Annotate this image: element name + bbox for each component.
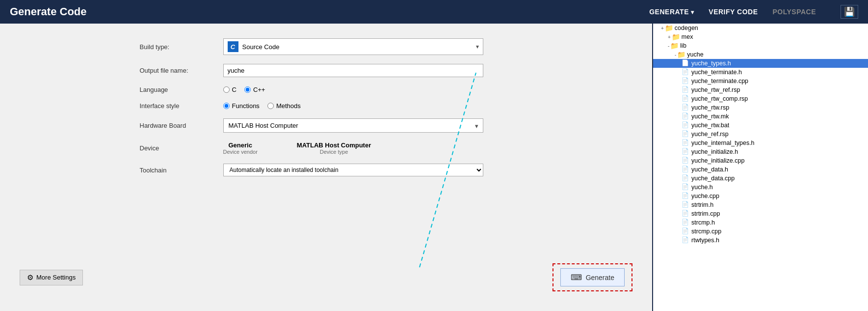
folder-icon: 📁 xyxy=(677,51,685,58)
build-type-dropdown[interactable]: C Source Code ▾ xyxy=(223,38,483,55)
file-icon: 📄 xyxy=(682,148,689,156)
file-icon: 📄 xyxy=(682,86,689,94)
tree-item-yuche_types_h[interactable]: 📄yuche_types.h xyxy=(653,59,868,68)
tree-label-yuche_ref_rsp: yuche_ref.rsp xyxy=(691,131,729,138)
interface-methods-radio[interactable] xyxy=(267,103,274,109)
tree-item-yuche_terminate_h[interactable]: 📄yuche_terminate.h xyxy=(653,68,868,77)
interface-methods-option[interactable]: Methods xyxy=(267,102,301,110)
hardware-board-dropdown[interactable]: MATLAB Host Computer xyxy=(223,118,483,133)
hardware-board-wrapper: MATLAB Host Computer xyxy=(223,118,483,133)
device-type-value: MATLAB Host Computer xyxy=(297,141,371,149)
output-file-input[interactable] xyxy=(223,64,483,77)
app-title: Generate Code xyxy=(10,5,649,18)
interface-functions-label: Functions xyxy=(232,102,260,110)
file-icon: 📄 xyxy=(682,174,689,182)
build-type-value: Source Code xyxy=(242,43,476,51)
interface-methods-label: Methods xyxy=(276,102,301,110)
language-cpp-radio[interactable] xyxy=(244,86,251,93)
tree-item-yuche_rtw_comp_rsp[interactable]: 📄yuche_rtw_comp.rsp xyxy=(653,94,868,103)
tree-label-yuche_rtw_ref_rsp: yuche_rtw_ref.rsp xyxy=(691,86,740,93)
tree-item-strcmp_h[interactable]: 📄strcmp.h xyxy=(653,218,868,227)
form-grid: Build type: C Source Code ▾ Output file … xyxy=(140,38,513,176)
tree-item-yuche_data_cpp[interactable]: 📄yuche_data.cpp xyxy=(653,174,868,183)
generate-button-wrapper: ⌨ Generate xyxy=(552,263,632,291)
folder-icon: 📁 xyxy=(665,24,673,32)
file-icon: 📄 xyxy=(682,77,689,85)
tree-item-yuche_ref_rsp[interactable]: 📄yuche_ref.rsp xyxy=(653,130,868,139)
language-cpp-option[interactable]: C++ xyxy=(244,86,265,93)
device-label: Device xyxy=(140,144,218,152)
tree-item-yuche_rtw_ref_rsp[interactable]: 📄yuche_rtw_ref.rsp xyxy=(653,85,868,94)
tree-label-yuche_terminate_h: yuche_terminate.h xyxy=(691,69,742,76)
more-settings-button[interactable]: ⚙ More Settings xyxy=(20,270,83,285)
tree-label-rtwtypes_h: rtwtypes.h xyxy=(691,237,719,244)
device-type-col: MATLAB Host Computer Device type xyxy=(297,141,371,155)
tree-item-yuche[interactable]: - 📁yuche xyxy=(653,50,868,59)
bottom-buttons: ⚙ More Settings ⌨ Generate xyxy=(20,263,632,291)
tree-item-yuche_h[interactable]: 📄yuche.h xyxy=(653,183,868,192)
nav-verify-code[interactable]: VERIFY CODE xyxy=(709,8,758,16)
left-panel: Build type: C Source Code ▾ Output file … xyxy=(0,24,652,311)
device-type-label: Device type xyxy=(320,149,348,155)
tree-label-strcmp_cpp: strcmp.cpp xyxy=(691,228,721,235)
generate-button[interactable]: ⌨ Generate xyxy=(560,268,625,286)
file-icon: 📄 xyxy=(682,130,689,138)
header-nav: GENERATE VERIFY CODE POLYSPACE 💾 xyxy=(649,5,858,19)
file-icon: 📄 xyxy=(682,201,689,209)
tree-label-yuche_terminate_cpp: yuche_terminate.cpp xyxy=(691,78,748,85)
interface-functions-option[interactable]: Functions xyxy=(223,102,260,110)
tree-expand-icon: + xyxy=(661,26,664,31)
tree-item-yuche_cpp[interactable]: 📄yuche.cpp xyxy=(653,192,868,200)
tree-item-strtrim_cpp[interactable]: 📄strtrim.cpp xyxy=(653,209,868,218)
hardware-board-label: Hardware Board xyxy=(140,122,218,129)
tree-label-yuche_rtw_comp_rsp: yuche_rtw_comp.rsp xyxy=(691,95,748,102)
tree-item-strcmp_cpp[interactable]: 📄strcmp.cpp xyxy=(653,227,868,236)
tree-label-yuche_types_h: yuche_types.h xyxy=(691,60,731,67)
tree-label-yuche_data_cpp: yuche_data.cpp xyxy=(691,175,735,182)
tree-label-yuche_initialize_cpp: yuche_initialize.cpp xyxy=(691,157,744,164)
file-icon: 📄 xyxy=(682,157,689,165)
file-icon: 📄 xyxy=(682,104,689,112)
language-label: Language xyxy=(140,86,218,93)
save-button[interactable]: 💾 xyxy=(841,5,858,19)
file-icon: 📄 xyxy=(682,183,689,191)
file-icon: 📄 xyxy=(682,95,689,103)
tree-label-strcmp_h: strcmp.h xyxy=(691,219,715,226)
tree-item-yuche_data_h[interactable]: 📄yuche_data.h xyxy=(653,165,868,174)
file-icon: 📄 xyxy=(682,68,689,76)
file-tree: + 📁codegen+ 📁mex- 📁lib- 📁yuche📄yuche_typ… xyxy=(653,24,868,245)
tree-expand-icon: - xyxy=(668,43,669,49)
tree-label-strtrim_cpp: strtrim.cpp xyxy=(691,210,720,217)
tree-label-yuche_rtw_mk: yuche_rtw.mk xyxy=(691,113,729,120)
tree-item-yuche_initialize_h[interactable]: 📄yuche_initialize.h xyxy=(653,147,868,156)
tree-item-codegen[interactable]: + 📁codegen xyxy=(653,24,868,32)
toolchain-dropdown[interactable]: Automatically locate an installed toolch… xyxy=(223,164,483,176)
language-c-radio[interactable] xyxy=(223,86,230,93)
file-icon: 📄 xyxy=(682,139,689,147)
tree-label-yuche_rtw_rsp: yuche_rtw.rsp xyxy=(691,104,729,111)
tree-item-yuche_rtw_bat[interactable]: 📄yuche_rtw.bat xyxy=(653,121,868,130)
tree-item-rtwtypes_h[interactable]: 📄rtwtypes.h xyxy=(653,236,868,245)
tree-item-yuche_rtw_rsp[interactable]: 📄yuche_rtw.rsp xyxy=(653,103,868,112)
file-tree-panel: + 📁codegen+ 📁mex- 📁lib- 📁yuche📄yuche_typ… xyxy=(652,24,868,311)
tree-item-strtrim_h[interactable]: 📄strtrim.h xyxy=(653,200,868,209)
language-c-option[interactable]: C xyxy=(223,86,237,93)
tree-label-codegen: codegen xyxy=(675,25,698,31)
tree-label-yuche_cpp: yuche.cpp xyxy=(691,193,719,199)
file-icon: 📄 xyxy=(682,192,689,200)
file-icon: 📄 xyxy=(682,210,689,218)
tree-item-yuche_internal_types_h[interactable]: 📄yuche_internal_types.h xyxy=(653,139,868,147)
app-header: Generate Code GENERATE VERIFY CODE POLYS… xyxy=(0,0,868,24)
tree-label-yuche: yuche xyxy=(687,51,703,58)
tree-label-yuche_initialize_h: yuche_initialize.h xyxy=(691,148,738,155)
interface-functions-radio[interactable] xyxy=(223,103,230,109)
interface-radio-group: Functions Methods xyxy=(223,102,513,110)
toolchain-label: Toolchain xyxy=(140,167,218,174)
tree-item-mex[interactable]: + 📁mex xyxy=(653,32,868,41)
tree-item-yuche_terminate_cpp[interactable]: 📄yuche_terminate.cpp xyxy=(653,77,868,85)
tree-item-lib[interactable]: - 📁lib xyxy=(653,41,868,50)
nav-generate[interactable]: GENERATE xyxy=(649,8,694,16)
tree-item-yuche_rtw_mk[interactable]: 📄yuche_rtw.mk xyxy=(653,112,868,121)
main-content: Build type: C Source Code ▾ Output file … xyxy=(0,24,868,311)
tree-item-yuche_initialize_cpp[interactable]: 📄yuche_initialize.cpp xyxy=(653,156,868,165)
